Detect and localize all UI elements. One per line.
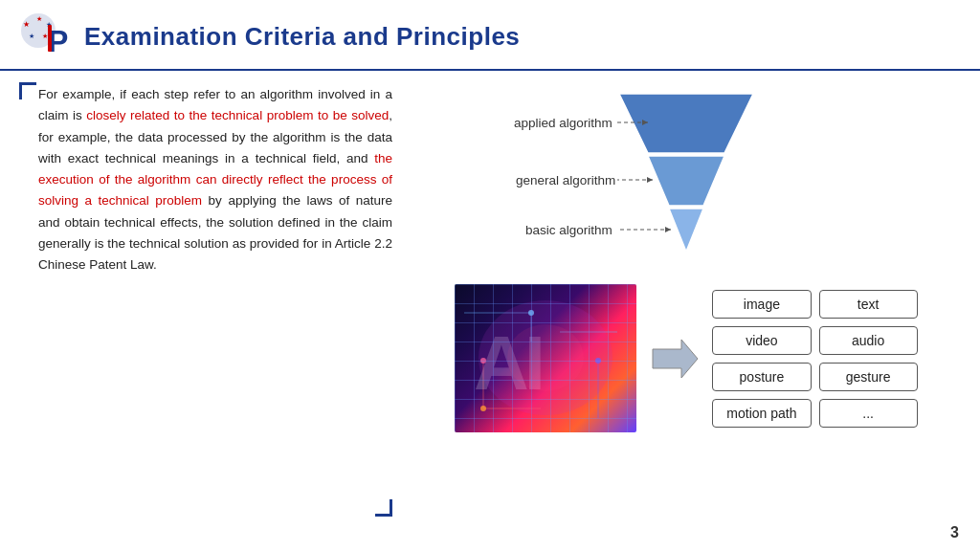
funnel-label-top: applied algorithm [514, 116, 612, 130]
svg-rect-7 [48, 25, 52, 52]
box-audio: audio [819, 326, 918, 355]
left-column: For example, if each step refer to an al… [19, 80, 402, 545]
ai-grid-overlay [455, 284, 636, 432]
main-paragraph: For example, if each step refer to an al… [19, 80, 392, 276]
box-video: video [712, 326, 811, 355]
svg-text:★: ★ [23, 20, 30, 29]
box-image: image [712, 290, 811, 319]
page-number: 3 [950, 524, 959, 541]
svg-marker-8 [619, 94, 753, 153]
bottom-section: AI image [412, 284, 961, 432]
box-gesture: gesture [819, 363, 918, 391]
main-content: For example, if each step refer to an al… [0, 71, 980, 545]
bracket-top-left [19, 82, 36, 99]
svg-marker-9 [648, 156, 724, 206]
header: ★ ★ ★ ★ ★ P Examination Criteria and Pri… [0, 0, 980, 71]
logo-icon: ★ ★ ★ ★ ★ P [19, 11, 69, 61]
box-posture: posture [712, 363, 811, 391]
right-arrow-icon [648, 335, 701, 383]
box-text: text [819, 290, 918, 319]
bracket-bottom-right [375, 499, 392, 517]
svg-text:★: ★ [36, 15, 42, 22]
text-red1: closely related to the technical problem… [86, 108, 389, 122]
box-motion-path: motion path [712, 399, 811, 428]
svg-marker-16 [665, 227, 671, 232]
arrow-area [636, 335, 712, 383]
funnel-svg: applied algorithm general algorithm basi… [457, 84, 916, 271]
boxes-grid: image text video audio posture gesture m… [712, 290, 917, 428]
svg-marker-15 [647, 177, 653, 183]
page-title: Examination Criteria and Principles [84, 22, 520, 52]
logo: ★ ★ ★ ★ ★ P [19, 11, 69, 61]
right-column: applied algorithm general algorithm basi… [402, 80, 961, 545]
box-ellipsis: ... [819, 399, 918, 428]
svg-text:★: ★ [29, 33, 34, 39]
svg-marker-30 [653, 340, 698, 378]
svg-marker-10 [669, 209, 703, 252]
ai-image: AI [455, 284, 636, 432]
funnel-label-mid: general algorithm [516, 173, 615, 187]
funnel-diagram: applied algorithm general algorithm basi… [412, 84, 961, 271]
funnel-label-bot: basic algorithm [525, 223, 612, 237]
